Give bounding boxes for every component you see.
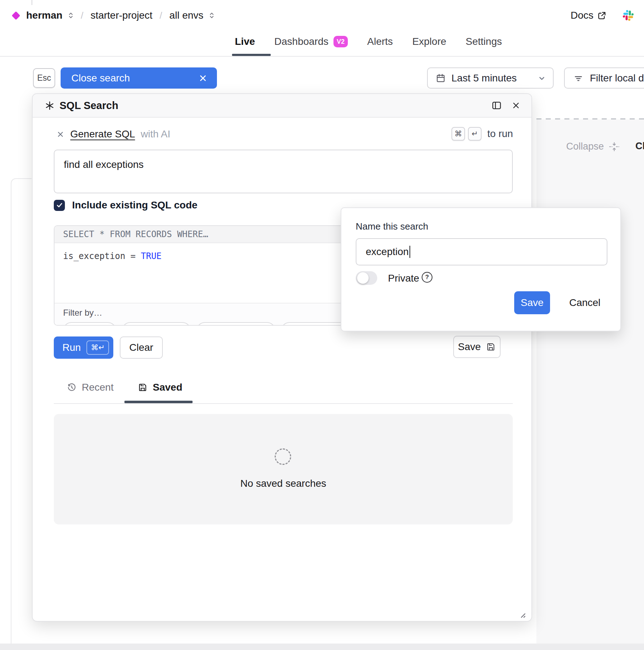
esc-key-hint: Esc xyxy=(33,68,55,88)
top-bar: herman / starter-project / all envs Docs xyxy=(0,0,644,27)
floppy-icon xyxy=(486,342,496,352)
popover-title: Name this search xyxy=(356,221,428,232)
checkbox-checked-icon[interactable] xyxy=(54,200,65,211)
cmd-key-hint: ⌘ xyxy=(451,127,465,141)
tab-alerts[interactable]: Alerts xyxy=(367,36,393,47)
save-search-button[interactable]: Save xyxy=(453,336,501,358)
brand-logo-icon[interactable] xyxy=(11,11,20,20)
dashed-circle-icon xyxy=(275,448,291,465)
breadcrumb-separator: / xyxy=(157,10,164,21)
include-sql-label: Include existing SQL code xyxy=(72,199,198,211)
v2-badge: V2 xyxy=(333,36,348,47)
tab-recent[interactable]: Recent xyxy=(67,382,114,393)
close-search-button[interactable]: Close search xyxy=(61,67,217,89)
clear-button[interactable]: Clear xyxy=(120,336,163,359)
empty-state-text: No saved searches xyxy=(54,478,513,489)
breadcrumb-separator: / xyxy=(79,10,85,21)
docs-label: Docs xyxy=(570,10,593,21)
close-search-label: Close search xyxy=(71,72,130,84)
search-name-input[interactable]: exception xyxy=(356,238,607,265)
tab-explore[interactable]: Explore xyxy=(412,36,446,47)
resize-handle[interactable] xyxy=(517,610,526,618)
collapse-icon xyxy=(609,141,620,152)
breadcrumb-environment[interactable]: all envs xyxy=(169,10,203,21)
text-caret xyxy=(409,246,410,258)
clipped-clear-button[interactable]: Cl xyxy=(635,141,644,152)
history-icon xyxy=(67,382,77,392)
tab-saved[interactable]: Saved xyxy=(138,382,183,393)
active-tab-underline xyxy=(232,54,271,56)
floppy-icon xyxy=(138,382,148,392)
modal-title: SQL Search xyxy=(60,100,118,112)
app-root: herman / starter-project / all envs Docs xyxy=(0,0,644,650)
saved-tab-underline xyxy=(124,401,193,403)
filter-chip-duration[interactable]: duration xyxy=(122,322,191,326)
name-search-popover: Name this search exception Private ? Sav… xyxy=(341,207,621,331)
private-toggle[interactable] xyxy=(356,271,377,285)
breadcrumb-project[interactable]: starter-project xyxy=(90,10,152,21)
help-icon[interactable]: ? xyxy=(422,272,432,283)
time-range-value: Last 5 minutes xyxy=(451,72,517,84)
generate-sql-link[interactable]: Generate SQL xyxy=(70,128,135,140)
chevron-updown-icon[interactable] xyxy=(209,11,214,20)
filter-chip-level[interactable]: level xyxy=(63,322,116,326)
save-label: Save xyxy=(458,341,481,353)
chart-dashed-line xyxy=(536,118,644,119)
filter-icon xyxy=(573,73,583,83)
asterisk-icon xyxy=(45,101,55,110)
main-nav: Live Dashboards V2 Alerts Explore Settin… xyxy=(0,27,644,57)
bottom-strip xyxy=(0,644,644,650)
toggle-knob xyxy=(357,272,369,284)
breadcrumb-org[interactable]: herman xyxy=(26,10,62,21)
popover-cancel-button[interactable]: Cancel xyxy=(562,291,608,314)
sql-value: TRUE xyxy=(141,251,162,261)
close-icon xyxy=(198,74,208,83)
tab-dashboards[interactable]: Dashboards V2 xyxy=(274,36,348,47)
ai-prompt-textarea[interactable]: find all exceptions xyxy=(54,150,513,193)
empty-state: No saved searches xyxy=(54,414,513,524)
close-modal-icon[interactable] xyxy=(511,101,521,110)
chevron-updown-icon[interactable] xyxy=(68,11,74,20)
underlying-panel-edge xyxy=(11,178,32,644)
include-sql-checkbox-row[interactable]: Include existing SQL code xyxy=(54,199,198,211)
run-kbd-hint: ⌘↵ xyxy=(86,340,109,355)
slack-icon[interactable] xyxy=(622,10,634,21)
sql-field: is_exception xyxy=(63,251,125,261)
tab-live[interactable]: Live xyxy=(235,36,255,47)
run-label: Run xyxy=(62,342,81,353)
panel-layout-icon[interactable] xyxy=(491,100,502,111)
private-label: Private xyxy=(388,273,419,284)
calendar-icon xyxy=(436,73,446,83)
search-name-value: exception xyxy=(366,246,409,258)
sql-operator: = xyxy=(131,251,136,261)
enter-key-hint: ↵ xyxy=(468,127,482,141)
time-range-select[interactable]: Last 5 minutes xyxy=(427,67,554,89)
chevron-down-icon xyxy=(538,74,546,82)
run-button[interactable]: Run ⌘↵ xyxy=(54,336,113,359)
filter-local-label: Filter local dat xyxy=(590,72,644,84)
dismiss-generate-icon[interactable] xyxy=(56,130,65,138)
breadcrumb: herman / starter-project / all envs xyxy=(11,10,214,21)
generate-sql-suffix: with AI xyxy=(141,128,170,140)
collapse-button[interactable]: Collapse xyxy=(566,141,620,152)
collapse-label: Collapse xyxy=(566,141,604,152)
modal-header: SQL Search xyxy=(33,94,531,118)
run-shortcut-hint: to run xyxy=(487,128,513,140)
saved-searches-tabs: Recent Saved xyxy=(54,380,513,404)
external-link-icon xyxy=(597,11,607,20)
filter-local-button[interactable]: Filter local dat xyxy=(564,67,644,89)
docs-link[interactable]: Docs xyxy=(570,10,607,21)
background-panel xyxy=(536,119,644,650)
filter-chip-ai-filters[interactable]: AI Filters xyxy=(196,322,276,326)
tab-settings[interactable]: Settings xyxy=(466,36,502,47)
popover-save-button[interactable]: Save xyxy=(514,291,550,314)
sql-search-modal: SQL Search Generate SQL with AI ⌘ ↵ to r… xyxy=(32,93,532,622)
